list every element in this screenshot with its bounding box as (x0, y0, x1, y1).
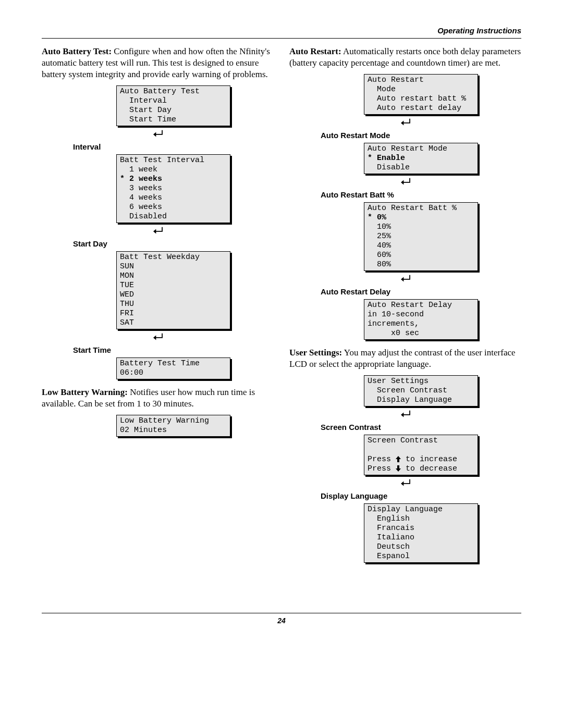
start-time-label: Start Time (73, 346, 274, 354)
auto-restart-heading: Auto Restart: (289, 46, 341, 56)
lcd-battery-test-time: Battery Test Time 06:00 (116, 357, 230, 379)
display-language-label: Display Language (321, 491, 521, 500)
header-rule (42, 38, 521, 39)
lcd-screen-contrast: Screen Contrast Press to increase Press … (364, 435, 478, 475)
lcd-low-battery-warning: Low Battery Warning 02 Minutes (116, 415, 230, 437)
low-battery-warning-para: Low Battery Warning: Notifies user how m… (42, 387, 274, 410)
auto-battery-test-para: Auto Battery Test: Configure when and ho… (42, 46, 274, 80)
lcd-auto-battery-test-menu: Auto Battery Test Interval Start Day Sta… (116, 85, 230, 126)
auto-restart-mode-label: Auto Restart Mode (321, 131, 521, 140)
two-column-layout: Auto Battery Test: Configure when and ho… (42, 46, 521, 566)
enter-icon (289, 177, 521, 189)
lcd-batt-test-interval: Batt Test Interval 1 week * 2 weeks 3 we… (116, 154, 230, 223)
user-settings-heading: User Settings: (289, 348, 342, 357)
low-battery-warning-heading: Low Battery Warning: (42, 387, 128, 397)
left-column: Auto Battery Test: Configure when and ho… (42, 46, 274, 566)
auto-restart-para: Auto Restart: Automatically restarts onc… (289, 46, 521, 69)
lcd-auto-restart-delay: Auto Restart Delay in 10-second incremen… (364, 299, 478, 340)
enter-icon (42, 129, 274, 141)
footer-rule (42, 613, 521, 613)
start-day-label: Start Day (73, 239, 274, 248)
arrow-up-icon (396, 456, 401, 462)
lcd-auto-restart-mode: Auto Restart Mode * Enable Disable (364, 143, 478, 174)
lcd-display-language: Display Language English Francais Italia… (364, 503, 478, 563)
right-column: Auto Restart: Automatically restarts onc… (289, 46, 521, 566)
lcd-auto-restart-batt: Auto Restart Batt % * 0% 10% 25% 40% 60%… (364, 202, 478, 271)
page-number: 24 (42, 616, 521, 625)
enter-icon (289, 410, 521, 422)
auto-battery-test-heading: Auto Battery Test: (42, 46, 112, 56)
lcd-user-settings-menu: User Settings Screen Contrast Display La… (364, 375, 478, 406)
enter-icon (289, 118, 521, 130)
user-settings-para: User Settings: You may adjust the contra… (289, 347, 521, 370)
page-header: Operating Instructions (42, 26, 521, 38)
screen-contrast-label: Screen Contrast (321, 423, 521, 431)
lcd-batt-test-weekday: Batt Test Weekday SUN MON TUE WED THU FR… (116, 251, 230, 329)
arrow-down-icon (396, 465, 401, 472)
enter-icon (289, 274, 521, 286)
interval-label: Interval (73, 142, 274, 151)
enter-icon (42, 226, 274, 238)
lcd-auto-restart-menu: Auto Restart Mode Auto restart batt % Au… (364, 74, 478, 115)
enter-icon (289, 478, 521, 490)
auto-restart-batt-label: Auto Restart Batt % (321, 190, 521, 199)
enter-icon (42, 332, 274, 344)
auto-restart-delay-label: Auto Restart Delay (321, 287, 521, 296)
